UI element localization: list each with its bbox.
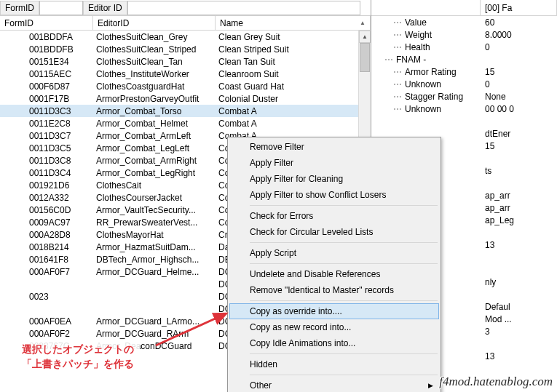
menu-item[interactable]: Other▶	[229, 377, 439, 392]
cell-formid: 000F6D87	[0, 81, 93, 92]
prop-value: 15	[481, 67, 557, 77]
prop-value: 3	[481, 327, 557, 337]
prop-value: ap_arr	[481, 191, 557, 201]
table-row[interactable]: 001BDDFBClothesSuitClean_StripedClean St…	[0, 43, 371, 55]
table-row[interactable]: 0011D3C3Armor_Combat_TorsoCombat A	[0, 105, 371, 117]
prop-value: 0	[481, 42, 557, 52]
table-row[interactable]: 0001F17BArmorPrestonGarveyOutfitColonial…	[0, 92, 371, 105]
menu-item[interactable]: Check for Circular Leveled Lists	[229, 224, 439, 240]
col-formid[interactable]: FormID	[0, 16, 93, 30]
col-editorid[interactable]: EditorID	[93, 16, 216, 30]
prop-value: 13	[481, 240, 557, 250]
prop-key: ⋯ Stagger Rating	[371, 92, 481, 102]
menu-item[interactable]: Check for Errors	[229, 208, 439, 224]
prop-value: ts	[481, 166, 557, 176]
prop-key: ⋯ FNAM -	[371, 55, 481, 65]
cell-editorid: ClothesSuitClean_Tan	[93, 57, 216, 67]
menu-separator	[250, 205, 438, 206]
prop-value: 15	[481, 141, 557, 151]
property-row[interactable]	[371, 115, 557, 127]
property-row[interactable]: ⋯ Armor Rating15	[371, 65, 557, 78]
menu-item[interactable]: Apply Filter to show Conflict Losers	[229, 187, 439, 203]
cell-editorid: Clothes_InstituteWorker	[93, 69, 216, 79]
menu-separator	[250, 300, 438, 301]
cell-formid: 0012A332	[0, 193, 93, 203]
menu-item[interactable]: Apply Filter	[229, 155, 439, 171]
table-row[interactable]: 001BDDFAClothesSuitClean_GreyClean Grey …	[0, 31, 371, 43]
menu-item[interactable]: Apply Filter for Cleaning	[229, 171, 439, 187]
cell-formid: 0001F17B	[0, 94, 93, 104]
cell-formid: 000A28D8	[0, 230, 93, 240]
cell-name: Clean Tan Suit	[216, 57, 371, 67]
prop-value: ap_Leg	[481, 215, 557, 225]
menu-item[interactable]: Copy as new record into...	[229, 319, 439, 335]
formid-filter-input[interactable]	[39, 1, 83, 15]
cell-formid: 0011D3C3	[0, 106, 93, 116]
menu-item[interactable]: Remove Filter	[229, 139, 439, 155]
menu-item[interactable]: Undelete and Disable References	[229, 266, 439, 282]
scroll-thumb[interactable]	[360, 43, 370, 72]
prop-value: 00 00 0	[481, 104, 557, 114]
menu-item[interactable]: Apply Script	[229, 245, 439, 261]
cell-formid: 000AF0EA	[0, 316, 93, 327]
property-row[interactable]: ⋯ Stagger RatingNone	[371, 90, 557, 103]
table-row[interactable]: 00115AECClothes_InstituteWorkerCleanroom…	[0, 68, 371, 80]
cell-editorid: Armor_DCGuard_Helme...	[93, 267, 216, 277]
cell-editorid: Armor_DCGuard_LArmo...	[93, 316, 216, 327]
prop-key: ⋯ Unknown	[371, 104, 481, 114]
prop-value: ap_arr	[481, 203, 557, 213]
cell-editorid: RR_PrewarSweaterVest...	[93, 217, 216, 228]
prop-value: nly	[481, 277, 557, 287]
table-row[interactable]: 00151E34ClothesSuitClean_TanClean Tan Su…	[0, 55, 371, 68]
property-row[interactable]: ⋯ Health0	[371, 41, 557, 53]
callout-line1: 選択したオブジェクトの	[22, 343, 134, 356]
cell-editorid: ClothesCourserJacket	[93, 193, 216, 203]
property-row[interactable]: ⋯ Value60	[371, 16, 557, 28]
scroll-up-button[interactable]: ▲	[359, 31, 371, 43]
property-header: [00] Fa	[371, 0, 557, 16]
cell-name: Cleanroom Suit	[216, 69, 371, 79]
menu-item[interactable]: Hidden	[229, 356, 439, 372]
cell-formid: 0011D3C4	[0, 168, 93, 178]
submenu-arrow-icon: ▶	[428, 382, 433, 389]
prop-key: ⋯ Armor Rating	[371, 67, 481, 77]
cell-formid: 0011D3C7	[0, 131, 93, 141]
cell-name: Colonial Duster	[216, 94, 371, 104]
prop-key: ⋯ Unknown	[371, 79, 481, 89]
prop-value: Defaul	[481, 302, 557, 312]
property-row[interactable]: ⋯ Unknown0	[371, 78, 557, 90]
cell-editorid: ClothesCoastguardHat	[93, 81, 216, 92]
prop-value: 0	[481, 79, 557, 89]
cell-editorid: Armor_Combat_Helmet	[93, 119, 216, 129]
cell-formid: 00156C0D	[0, 205, 93, 215]
cell-editorid: Armor_Combat_ArmRight	[93, 156, 216, 166]
cell-formid: 00115AEC	[0, 69, 93, 79]
property-row[interactable]: ⋯ Unknown00 00 0	[371, 103, 557, 115]
editorid-filter-input[interactable]	[127, 1, 360, 15]
menu-item[interactable]: Remove "Identical to Master" records	[229, 282, 439, 298]
prop-value: 60	[481, 17, 557, 28]
watermark: f4mod.hatenablog.com	[439, 375, 553, 389]
cell-formid: 0018B214	[0, 242, 93, 252]
filter-bar: FormID Editor ID	[0, 0, 371, 16]
table-row[interactable]: 000F6D87ClothesCoastguardHatCoast Guard …	[0, 80, 371, 92]
property-row[interactable]: ⋯ Weight8.0000	[371, 28, 557, 41]
callout-line2: 「上書きパッチ」を作る	[22, 358, 134, 371]
menu-item[interactable]: Copy as override into....	[229, 303, 439, 319]
cell-formid: 0011D3C8	[0, 156, 93, 166]
cell-formid: 0011D3C5	[0, 143, 93, 153]
prop-value: 8.0000	[481, 30, 557, 40]
cell-name: Coast Guard Hat	[216, 81, 371, 92]
col-name[interactable]: Name▲	[216, 16, 371, 30]
cell-formid: 001BDDFA	[0, 32, 93, 42]
cell-formid: 0011E2C8	[0, 119, 93, 129]
cell-formid: 000AF0F2	[0, 329, 93, 339]
property-row[interactable]: ⋯ FNAM -	[371, 53, 557, 65]
cell-editorid: Armor_Combat_Torso	[93, 106, 216, 116]
cell-editorid: Armor_VaultTecSecurity...	[93, 205, 216, 215]
cell-formid: 001BDDFB	[0, 44, 93, 55]
column-headers: FormID EditorID Name▲	[0, 16, 371, 31]
table-row[interactable]: 0011E2C8Armor_Combat_HelmetCombat A	[0, 117, 371, 129]
menu-item[interactable]: Copy Idle Animations into...	[229, 335, 439, 351]
menu-separator	[250, 242, 438, 243]
